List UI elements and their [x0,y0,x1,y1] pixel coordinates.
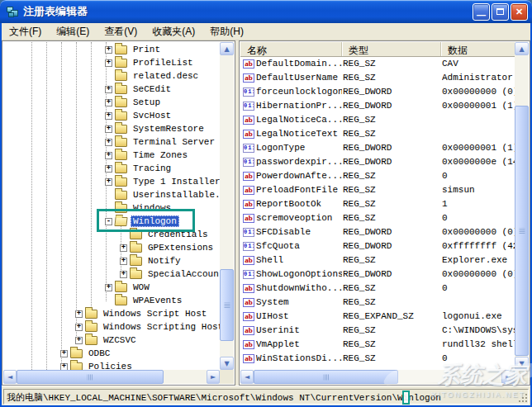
tree-item[interactable]: +Tracing [3,162,220,175]
tree-item-label[interactable]: WZCSVC [101,334,139,346]
tree-item[interactable]: -Winlogon [3,215,220,228]
expand-icon[interactable]: + [105,284,112,291]
tree-item-label[interactable]: ODBC [86,348,112,359]
menu-item[interactable]: 编辑(E) [49,23,97,40]
list-horizontal-scrollbar[interactable]: ◄ ► [240,370,515,384]
registry-value-row[interactable]: abDefaultUserNameREG_SZAdministrator [240,71,515,85]
expand-icon[interactable]: + [105,99,112,106]
expand-icon[interactable]: + [75,337,83,344]
tree-item-label[interactable]: WOW [131,282,152,293]
registry-value-row[interactable]: abDefaultDomain...REG_SZCAV [240,57,515,71]
scroll-up-icon[interactable]: ▲ [515,42,529,55]
minimize-button[interactable]: — [473,3,490,21]
column-header[interactable]: 类型 [342,42,441,56]
tree-item[interactable]: +ProfileList [3,56,220,69]
resize-grip-icon[interactable] [518,393,528,403]
tree-item-label[interactable]: Winlogon [131,215,179,227]
scroll-right-icon[interactable]: ► [501,370,515,384]
tree-item-label[interactable]: Windows [131,202,173,214]
tree-item-label[interactable]: Tracing [131,163,173,174]
close-button[interactable]: ✕ [511,3,528,21]
expand-icon[interactable]: + [105,165,112,173]
scroll-down-icon[interactable]: ▼ [220,357,234,370]
expand-icon[interactable]: + [105,112,112,120]
expand-icon[interactable]: + [120,271,127,278]
tree-item-label[interactable]: Windows Script Host [101,308,209,319]
tree-item-label[interactable]: SvcHost [131,110,173,121]
expand-icon[interactable]: + [120,244,127,252]
tree-item[interactable]: related.desc [3,69,220,83]
tree-item-label[interactable]: SystemRestore [131,123,207,135]
scroll-down-icon[interactable]: ▼ [515,357,529,370]
tree-item-label[interactable]: SpecialAccoun [145,268,220,280]
tree-item-label[interactable]: Time Zones [131,149,190,161]
scroll-left-icon[interactable]: ◄ [3,370,17,384]
expand-icon[interactable]: + [105,59,112,67]
list-vertical-scrollbar[interactable]: ▲ ▼ [515,42,529,370]
expand-icon[interactable]: + [105,46,112,54]
title-bar[interactable]: 注册表编辑器 — ✕ [0,0,532,23]
registry-value-row[interactable]: abReportBootOkREG_SZ1 [240,197,515,211]
collapse-icon[interactable]: - [105,218,112,225]
tree-item[interactable]: +Windows Script Host [3,307,220,320]
expand-icon[interactable]: + [60,350,68,357]
scroll-left-icon[interactable]: ◄ [240,370,254,384]
tree-item[interactable]: +Print [3,43,220,56]
tree-item-label[interactable]: SeCEdit [131,83,173,95]
expand-icon[interactable]: + [105,86,112,93]
registry-value-row[interactable]: abShutdownWitho...REG_SZ0 [240,282,515,296]
tree-item[interactable]: +Type 1 Installer [3,175,220,188]
expand-icon[interactable]: + [105,152,112,159]
column-header[interactable]: 数据 [441,42,515,56]
list-vscroll-thumb[interactable] [515,106,529,356]
registry-value-row[interactable]: 011SfcQuotaREG_DWORD0xffffffff (429 [240,239,515,253]
tree-item[interactable]: +SeCEdit [3,83,220,96]
list-hscroll-thumb[interactable] [254,370,398,384]
expand-icon[interactable]: + [105,125,112,133]
expand-icon[interactable]: + [60,363,68,371]
tree-item[interactable]: +Windows Scripting Host [3,320,220,334]
tree-item[interactable]: +Notify [3,254,220,267]
tree-item[interactable]: +WZCSVC [3,334,220,347]
tree-item-label[interactable]: Terminal Server [131,136,217,148]
tree-item-label[interactable]: related.desc [131,70,201,82]
menu-item[interactable]: 查看(V) [97,23,145,40]
tree-item[interactable]: +SvcHost [3,109,220,122]
tree-item[interactable]: Userinstallable. [3,188,220,201]
expand-icon[interactable]: + [120,258,127,265]
tree-item-label[interactable]: Setup [131,97,163,108]
registry-value-row[interactable]: abUIHostREG_EXPAND_SZlogonui.exe [240,310,515,324]
registry-value-row[interactable]: abPreloadFontFileREG_SZsimsun [240,183,515,197]
expand-icon[interactable]: + [105,178,112,186]
registry-value-row[interactable]: abLegalNoticeTextREG_SZ [240,127,515,141]
tree-item[interactable]: Credentials [3,228,220,241]
registry-value-row[interactable]: abShellREG_SZExplorer.exe [240,253,515,267]
registry-value-row[interactable]: 011LogonTypeREG_DWORD0x00000001 (1) [240,141,515,155]
expand-icon[interactable]: + [75,324,83,331]
tree-vscroll-thumb[interactable] [220,269,234,341]
tree-item-label[interactable]: Credentials [145,229,211,240]
registry-value-row[interactable]: 011ShowLogonOptionsREG_DWORD0x00000000 (… [240,267,515,282]
tree-hscroll-thumb[interactable] [17,370,164,384]
registry-value-row[interactable]: abSystemREG_SZ [240,296,515,310]
tree-item-label[interactable]: Notify [145,255,183,267]
menu-item[interactable]: 文件(F) [2,23,49,40]
tree-item[interactable]: WPAEvents [3,294,220,307]
registry-value-row[interactable]: abVmAppletREG_SZrundll32 shell3 [240,338,515,352]
tree-item-label[interactable]: ProfileList [131,57,196,69]
tree-item[interactable]: +Setup [3,96,220,109]
menu-item[interactable]: 帮助(H) [202,23,251,40]
tree-item[interactable]: +Terminal Server [3,135,220,149]
tree-item[interactable]: Windows [3,201,220,215]
registry-value-row[interactable]: abscremoveoptionREG_SZ0 [240,211,515,225]
registry-value-row[interactable]: 011SFCDisableREG_DWORD0x00000000 (0) [240,225,515,239]
registry-value-row[interactable]: abPowerdownAfte...REG_SZ0 [240,169,515,183]
tree-item[interactable]: +Time Zones [3,149,220,162]
tree-item-label[interactable]: Userinstallable. [131,189,220,201]
scroll-right-icon[interactable]: ► [207,370,220,384]
tree-item[interactable]: +ODBC [3,347,220,360]
registry-value-row[interactable]: abUserinitREG_SZC:\WINDOWS\syst [240,324,515,338]
registry-value-row[interactable]: 011passwordexpir...REG_DWORD0x0000000e (… [240,155,515,169]
expand-icon[interactable]: + [105,139,112,146]
tree-item-label[interactable]: Print [131,44,163,55]
